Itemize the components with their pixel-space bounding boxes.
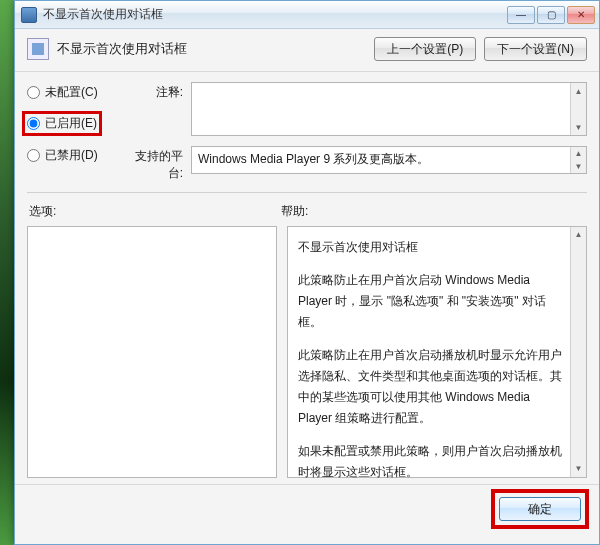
maximize-button[interactable]: ▢ (537, 6, 565, 24)
ok-highlight: 确定 (495, 493, 585, 525)
platform-box: Windows Media Player 9 系列及更高版本。 ▲ ▼ (191, 146, 587, 174)
comment-textarea[interactable]: ▲ ▼ (191, 82, 587, 136)
state-radios: 未配置(C) 已启用(E) 已禁用(D) (27, 82, 127, 182)
platform-scrollbar[interactable]: ▲ ▼ (570, 147, 586, 173)
comment-scrollbar[interactable]: ▲ ▼ (570, 83, 586, 135)
upper-section: 未配置(C) 已启用(E) 已禁用(D) 注释: ▲ (15, 72, 599, 190)
platform-text: Windows Media Player 9 系列及更高版本。 (198, 152, 429, 166)
panel-labels: 选项: 帮助: (15, 193, 599, 226)
policy-title: 不显示首次使用对话框 (57, 40, 374, 58)
help-label: 帮助: (281, 203, 585, 220)
enabled-highlight: 已启用(E) (25, 114, 99, 133)
window-buttons: — ▢ ✕ (507, 6, 595, 24)
radio-disabled[interactable]: 已禁用(D) (27, 147, 127, 164)
policy-icon (27, 38, 49, 60)
help-paragraph: 此策略防止在用户首次启动 Windows Media Player 时，显示 "… (298, 270, 566, 333)
options-label: 选项: (29, 203, 281, 220)
header: 不显示首次使用对话框 上一个设置(P) 下一个设置(N) (15, 29, 599, 72)
ok-button[interactable]: 确定 (499, 497, 581, 521)
radio-not-configured[interactable]: 未配置(C) (27, 84, 127, 101)
radio-enabled[interactable]: 已启用(E) (27, 115, 97, 132)
comment-label: 注释: (127, 82, 191, 136)
footer: 确定 (15, 484, 599, 535)
window-title: 不显示首次使用对话框 (43, 6, 507, 23)
help-panel: 不显示首次使用对话框 此策略防止在用户首次启动 Windows Media Pl… (287, 226, 587, 478)
platform-row: 支持的平台: Windows Media Player 9 系列及更高版本。 ▲… (127, 146, 587, 182)
panels: 不显示首次使用对话框 此策略防止在用户首次启动 Windows Media Pl… (15, 226, 599, 484)
scroll-up-icon[interactable]: ▲ (571, 147, 586, 160)
previous-setting-button[interactable]: 上一个设置(P) (374, 37, 476, 61)
radio-not-configured-input[interactable] (27, 86, 40, 99)
comment-row: 注释: ▲ ▼ (127, 82, 587, 136)
scroll-up-icon[interactable]: ▲ (571, 227, 586, 243)
help-paragraph: 不显示首次使用对话框 (298, 237, 566, 258)
radio-disabled-input[interactable] (27, 149, 40, 162)
help-scrollbar[interactable]: ▲ ▼ (570, 227, 586, 477)
policy-editor-window: 不显示首次使用对话框 — ▢ ✕ 不显示首次使用对话框 上一个设置(P) 下一个… (14, 0, 600, 545)
next-setting-button[interactable]: 下一个设置(N) (484, 37, 587, 61)
upper-right: 注释: ▲ ▼ 支持的平台: Windows Media Player 9 系列… (127, 82, 587, 182)
scroll-down-icon[interactable]: ▼ (571, 461, 586, 477)
nav-buttons: 上一个设置(P) 下一个设置(N) (374, 37, 587, 61)
scroll-down-icon[interactable]: ▼ (571, 119, 586, 135)
radio-enabled-label: 已启用(E) (45, 115, 97, 132)
titlebar[interactable]: 不显示首次使用对话框 — ▢ ✕ (15, 1, 599, 29)
radio-disabled-label: 已禁用(D) (45, 147, 98, 164)
window-icon (21, 7, 37, 23)
scroll-thumb[interactable] (571, 243, 586, 461)
platform-label: 支持的平台: (127, 146, 191, 182)
radio-not-configured-label: 未配置(C) (45, 84, 98, 101)
scroll-up-icon[interactable]: ▲ (571, 83, 586, 99)
scroll-thumb[interactable] (571, 99, 586, 119)
close-button[interactable]: ✕ (567, 6, 595, 24)
options-panel (27, 226, 277, 478)
scroll-down-icon[interactable]: ▼ (571, 160, 586, 173)
radio-enabled-input[interactable] (27, 117, 40, 130)
help-paragraph: 此策略防止在用户首次启动播放机时显示允许用户选择隐私、文件类型和其他桌面选项的对… (298, 345, 566, 429)
minimize-button[interactable]: — (507, 6, 535, 24)
help-paragraph: 如果未配置或禁用此策略，则用户首次启动播放机时将显示这些对话框。 (298, 441, 566, 483)
desktop-background (0, 0, 14, 545)
